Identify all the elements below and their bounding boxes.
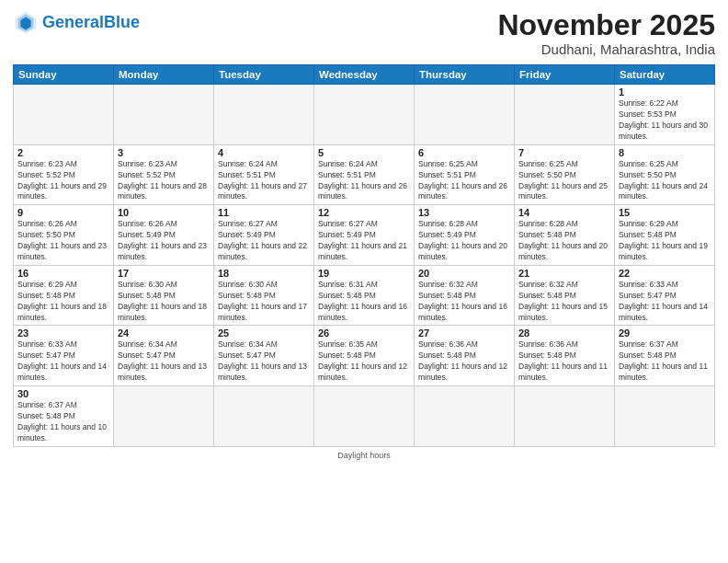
calendar-cell: 7Sunrise: 6:25 AMSunset: 5:50 PMDaylight… [515,144,615,205]
month-title: November 2025 [497,9,715,41]
day-number: 13 [418,207,510,218]
day-number: 16 [17,268,109,279]
day-number: 25 [218,327,310,339]
calendar-cell: 10Sunrise: 6:26 AMSunset: 5:49 PMDayligh… [114,205,214,266]
calendar-week-6: 30Sunrise: 6:37 AMSunset: 5:48 PMDayligh… [14,386,715,447]
calendar-cell [415,85,515,145]
weekday-header-friday: Friday [515,65,615,85]
day-info: Sunrise: 6:34 AMSunset: 5:47 PMDaylight:… [218,339,310,384]
calendar-cell [314,386,415,447]
calendar-cell: 29Sunrise: 6:37 AMSunset: 5:48 PMDayligh… [615,326,715,386]
day-number: 22 [619,268,711,279]
logo-text: GeneralBlue [42,14,140,30]
day-info: Sunrise: 6:30 AMSunset: 5:48 PMDaylight:… [218,280,310,324]
day-info: Sunrise: 6:33 AMSunset: 5:47 PMDaylight:… [619,280,711,324]
calendar-cell [515,85,615,145]
calendar-cell: 30Sunrise: 6:37 AMSunset: 5:48 PMDayligh… [14,386,114,447]
day-info: Sunrise: 6:27 AMSunset: 5:49 PMDaylight:… [218,219,310,263]
day-info: Sunrise: 6:35 AMSunset: 5:48 PMDaylight:… [318,339,410,384]
logo-general: General [42,13,104,31]
page: GeneralBlue November 2025 Dudhani, Mahar… [0,0,728,563]
day-number: 7 [518,147,610,158]
location: Dudhani, Maharashtra, India [497,41,715,57]
calendar-cell: 14Sunrise: 6:28 AMSunset: 5:48 PMDayligh… [515,205,615,266]
day-number: 15 [619,207,711,218]
calendar-cell: 4Sunrise: 6:24 AMSunset: 5:51 PMDaylight… [214,144,314,205]
day-info: Sunrise: 6:28 AMSunset: 5:49 PMDaylight:… [418,219,510,263]
day-info: Sunrise: 6:24 AMSunset: 5:51 PMDaylight:… [218,159,310,203]
day-number: 18 [218,268,310,279]
day-number: 27 [418,327,510,339]
day-info: Sunrise: 6:22 AMSunset: 5:53 PMDaylight:… [619,98,711,143]
day-info: Sunrise: 6:32 AMSunset: 5:48 PMDaylight:… [518,280,610,324]
title-block: November 2025 Dudhani, Maharashtra, Indi… [497,9,715,57]
calendar-cell [114,85,214,145]
weekday-header-saturday: Saturday [615,65,715,85]
day-number: 29 [619,327,711,339]
day-info: Sunrise: 6:25 AMSunset: 5:51 PMDaylight:… [418,159,510,203]
day-info: Sunrise: 6:33 AMSunset: 5:47 PMDaylight:… [17,339,109,384]
day-number: 8 [619,147,711,158]
day-info: Sunrise: 6:31 AMSunset: 5:48 PMDaylight:… [318,280,410,324]
day-info: Sunrise: 6:34 AMSunset: 5:47 PMDaylight:… [118,339,210,384]
day-number: 17 [118,268,210,279]
calendar-cell [14,85,114,145]
calendar-week-2: 2Sunrise: 6:23 AMSunset: 5:52 PMDaylight… [14,144,715,205]
logo-blue: Blue [104,13,140,31]
calendar-cell: 22Sunrise: 6:33 AMSunset: 5:47 PMDayligh… [615,265,715,326]
calendar-week-5: 23Sunrise: 6:33 AMSunset: 5:47 PMDayligh… [14,326,715,386]
logo-icon [13,9,39,35]
weekday-header-row: SundayMondayTuesdayWednesdayThursdayFrid… [14,65,715,85]
weekday-header-thursday: Thursday [415,65,515,85]
day-info: Sunrise: 6:27 AMSunset: 5:49 PMDaylight:… [318,219,410,263]
day-number: 21 [518,268,610,279]
calendar-cell [214,85,314,145]
day-info: Sunrise: 6:29 AMSunset: 5:48 PMDaylight:… [619,219,711,263]
day-info: Sunrise: 6:32 AMSunset: 5:48 PMDaylight:… [418,280,510,324]
calendar-week-1: 1Sunrise: 6:22 AMSunset: 5:53 PMDaylight… [14,85,715,145]
calendar-cell: 25Sunrise: 6:34 AMSunset: 5:47 PMDayligh… [214,326,314,386]
day-info: Sunrise: 6:30 AMSunset: 5:48 PMDaylight:… [118,280,210,324]
day-number: 23 [17,327,109,339]
calendar-cell [214,386,314,447]
calendar-cell: 11Sunrise: 6:27 AMSunset: 5:49 PMDayligh… [214,205,314,266]
calendar-cell: 8Sunrise: 6:25 AMSunset: 5:50 PMDaylight… [615,144,715,205]
day-number: 24 [118,327,210,339]
weekday-header-monday: Monday [114,65,214,85]
calendar-week-4: 16Sunrise: 6:29 AMSunset: 5:48 PMDayligh… [14,265,715,326]
calendar-cell: 28Sunrise: 6:36 AMSunset: 5:48 PMDayligh… [515,326,615,386]
footer-note: Daylight hours [13,451,715,460]
day-number: 2 [17,147,109,158]
calendar-cell: 16Sunrise: 6:29 AMSunset: 5:48 PMDayligh… [14,265,114,326]
day-info: Sunrise: 6:26 AMSunset: 5:49 PMDaylight:… [118,219,210,263]
calendar-cell: 21Sunrise: 6:32 AMSunset: 5:48 PMDayligh… [515,265,615,326]
calendar-cell [114,386,214,447]
calendar-week-3: 9Sunrise: 6:26 AMSunset: 5:50 PMDaylight… [14,205,715,266]
day-info: Sunrise: 6:24 AMSunset: 5:51 PMDaylight:… [318,159,410,203]
weekday-header-sunday: Sunday [14,65,114,85]
day-info: Sunrise: 6:26 AMSunset: 5:50 PMDaylight:… [17,219,109,263]
day-number: 6 [418,147,510,158]
calendar-cell [415,386,515,447]
calendar-cell: 13Sunrise: 6:28 AMSunset: 5:49 PMDayligh… [415,205,515,266]
day-number: 9 [17,207,109,218]
day-number: 19 [318,268,410,279]
day-info: Sunrise: 6:23 AMSunset: 5:52 PMDaylight:… [17,159,109,203]
calendar-cell: 12Sunrise: 6:27 AMSunset: 5:49 PMDayligh… [314,205,415,266]
day-number: 5 [318,147,410,158]
calendar-cell: 23Sunrise: 6:33 AMSunset: 5:47 PMDayligh… [14,326,114,386]
day-info: Sunrise: 6:36 AMSunset: 5:48 PMDaylight:… [418,339,510,384]
day-info: Sunrise: 6:29 AMSunset: 5:48 PMDaylight:… [17,280,109,324]
calendar-cell [615,386,715,447]
calendar-cell: 15Sunrise: 6:29 AMSunset: 5:48 PMDayligh… [615,205,715,266]
header: GeneralBlue November 2025 Dudhani, Mahar… [13,9,715,57]
day-info: Sunrise: 6:25 AMSunset: 5:50 PMDaylight:… [619,159,711,203]
day-number: 3 [118,147,210,158]
day-info: Sunrise: 6:37 AMSunset: 5:48 PMDaylight:… [17,400,109,444]
day-number: 4 [218,147,310,158]
day-number: 14 [518,207,610,218]
day-number: 20 [418,268,510,279]
day-info: Sunrise: 6:36 AMSunset: 5:48 PMDaylight:… [518,339,610,384]
calendar-cell: 27Sunrise: 6:36 AMSunset: 5:48 PMDayligh… [415,326,515,386]
day-number: 30 [17,388,109,399]
